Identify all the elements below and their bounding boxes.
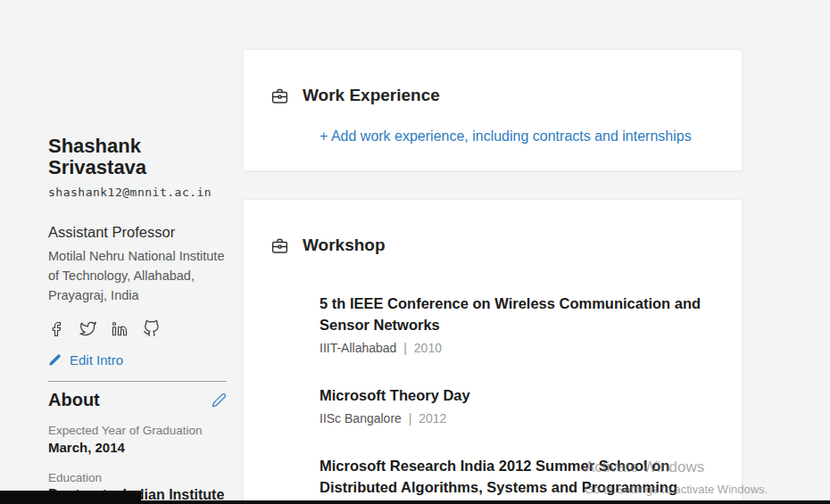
workshop-heading: Workshop [303,235,386,255]
profile-main: Work Experience + Add work experience, i… [243,49,743,504]
social-links [48,320,236,337]
workshop-item-year: 2010 [414,341,442,355]
workshop-item: Microsoft Theory Day IISc Bangalore | 20… [320,384,715,426]
facebook-icon[interactable] [48,321,64,337]
briefcase-icon [270,87,289,105]
about-edit-pencil-icon[interactable] [212,392,227,408]
workshop-item: Microsoft Research India 2012 Summer Sch… [320,455,715,498]
about-heading: About [48,390,100,410]
workshop-item: 5 th IEEE Conference on Wireless Communi… [320,293,715,355]
linkedin-icon[interactable] [112,321,128,337]
pencil-icon [48,353,62,367]
about-field-value: March, 2014 [48,440,236,455]
edit-intro-label: Edit Intro [70,352,123,368]
workshop-item-title: Microsoft Theory Day [320,384,712,406]
profile-affiliation: Motilal Nehru National Institute of Tech… [48,246,236,305]
about-field: Expected Year of Graduation March, 2014 [48,424,236,455]
edit-intro-button[interactable]: Edit Intro [48,352,236,368]
profile-name: Shashank Srivastava [48,136,200,178]
workshop-item-org: IIIT-Allahabad [320,341,396,355]
workshop-list: 5 th IEEE Conference on Wireless Communi… [320,293,715,498]
github-icon[interactable] [143,320,160,337]
workshop-item-title: Microsoft Research India 2012 Summer Sch… [320,455,712,498]
profile-role: Assistant Professor [48,224,236,241]
workshop-item-meta: IIIT-Allahabad | 2010 [320,341,715,355]
work-experience-heading: Work Experience [303,86,440,105]
briefcase-icon [270,236,289,255]
profile-email: shashank12@mnnit.ac.in [48,186,236,199]
twitter-icon[interactable] [79,320,96,337]
about-field-label: Education [48,471,236,484]
workshop-item-year: 2012 [419,411,446,426]
meta-separator: | [403,341,407,355]
workshop-item-title: 5 th IEEE Conference on Wireless Communi… [320,293,712,335]
meta-separator: | [409,411,412,426]
profile-sidebar: Shashank Srivastava shashank12@mnnit.ac.… [48,136,236,503]
sidebar-divider [48,381,227,382]
about-field-label: Expected Year of Graduation [48,424,236,437]
work-experience-card: Work Experience + Add work experience, i… [243,49,743,171]
bottom-black-box [0,491,141,504]
workshop-item-org: IISc Bangalore [320,411,402,426]
workshop-card: Workshop 5 th IEEE Conference on Wireles… [243,199,743,504]
add-work-experience-link[interactable]: + Add work experience, including contrac… [320,128,692,145]
workshop-item-meta: IISc Bangalore | 2012 [320,411,715,426]
